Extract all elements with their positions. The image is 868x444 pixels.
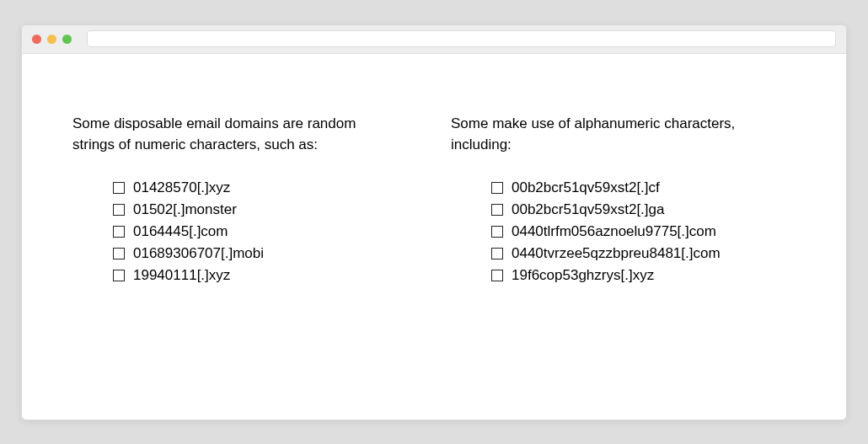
page-content: Some disposable email domains are random… — [22, 54, 846, 420]
domain-label: 19940111[.]xyz — [133, 267, 230, 284]
domain-label: 01428570[.]xyz — [133, 179, 230, 196]
domain-label: 0164445[.]com — [133, 223, 228, 240]
domain-list-alphanumeric: 00b2bcr51qv59xst2[.]cf 00b2bcr51qv59xst2… — [451, 179, 796, 284]
checkbox-icon[interactable] — [491, 248, 503, 259]
domain-label: 0440tlrfm056aznoelu9775[.]com — [512, 223, 716, 240]
domain-label: 0440tvrzee5qzzbpreu8481[.]com — [512, 245, 721, 262]
checkbox-icon[interactable] — [113, 226, 125, 238]
list-item: 00b2bcr51qv59xst2[.]cf — [491, 179, 796, 196]
list-item: 19f6cop53ghzrys[.]xyz — [491, 267, 796, 284]
domain-list-numeric: 01428570[.]xyz 01502[.]monster 0164445[.… — [72, 179, 417, 284]
list-item: 0440tvrzee5qzzbpreu8481[.]com — [491, 245, 796, 262]
checkbox-icon[interactable] — [491, 182, 503, 194]
list-item: 0440tlrfm056aznoelu9775[.]com — [491, 223, 796, 240]
list-item: 01502[.]monster — [113, 201, 417, 218]
checkbox-icon[interactable] — [113, 270, 125, 281]
checkbox-icon[interactable] — [491, 204, 503, 216]
browser-titlebar — [22, 25, 846, 54]
checkbox-icon[interactable] — [491, 270, 503, 281]
domain-label: 01502[.]monster — [133, 201, 237, 218]
checkbox-icon[interactable] — [113, 182, 125, 194]
list-item: 0164445[.]com — [113, 223, 417, 240]
domain-label: 19f6cop53ghzrys[.]xyz — [512, 267, 654, 284]
checkbox-icon[interactable] — [113, 204, 125, 216]
domain-label: 01689306707[.]mobi — [133, 245, 264, 262]
list-item: 01689306707[.]mobi — [113, 245, 417, 262]
maximize-icon[interactable] — [62, 35, 72, 44]
column-numeric: Some disposable email domains are random… — [72, 113, 417, 386]
checkbox-icon[interactable] — [113, 248, 125, 259]
close-icon[interactable] — [32, 35, 41, 44]
list-item: 01428570[.]xyz — [113, 179, 417, 196]
address-bar[interactable] — [87, 30, 836, 47]
list-item: 19940111[.]xyz — [113, 267, 417, 284]
checkbox-icon[interactable] — [491, 226, 503, 238]
minimize-icon[interactable] — [47, 35, 56, 44]
domain-label: 00b2bcr51qv59xst2[.]cf — [512, 179, 660, 196]
column-heading: Some make use of alphanumeric characters… — [451, 113, 763, 156]
browser-window: Some disposable email domains are random… — [21, 24, 847, 420]
column-heading: Some disposable email domains are random… — [72, 113, 384, 156]
domain-label: 00b2bcr51qv59xst2[.]ga — [512, 201, 664, 218]
column-alphanumeric: Some make use of alphanumeric characters… — [451, 113, 796, 386]
list-item: 00b2bcr51qv59xst2[.]ga — [491, 201, 796, 218]
traffic-lights — [32, 35, 72, 44]
